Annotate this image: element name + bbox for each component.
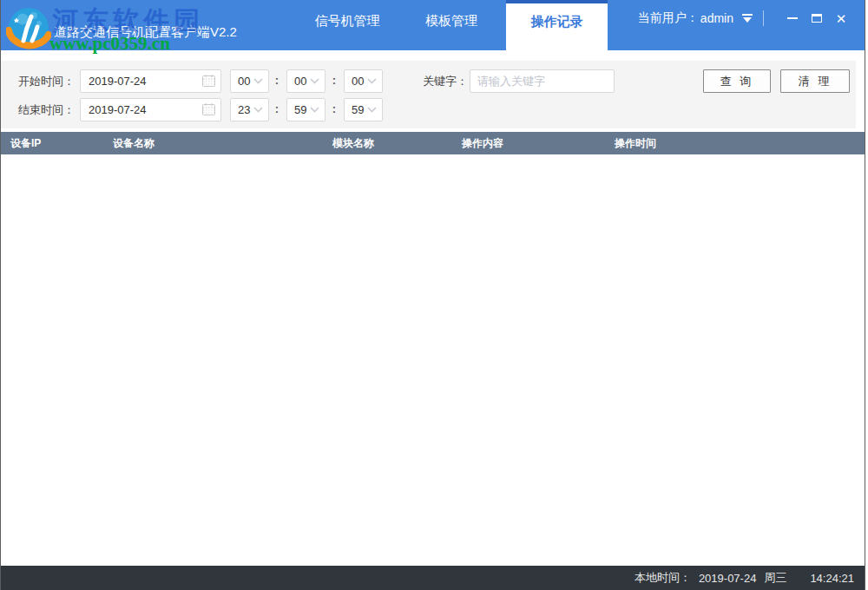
- status-bar: 本地时间： 2019-07-24 周三 14:24:21: [0, 566, 865, 590]
- end-hour-select[interactable]: 23: [230, 98, 269, 121]
- chevron-down-icon: [367, 78, 377, 84]
- window-border-right: [865, 0, 865, 590]
- table-body: [1, 154, 864, 566]
- current-user-name[interactable]: admin: [700, 11, 733, 25]
- close-icon: ✕: [836, 12, 847, 25]
- maximize-button[interactable]: [807, 9, 826, 28]
- user-dropdown-icon[interactable]: [742, 14, 753, 23]
- end-date-field: [80, 98, 221, 121]
- query-button[interactable]: 查 询: [703, 69, 771, 93]
- column-header-operation-content: 操作内容: [462, 132, 503, 154]
- column-header-module-name: 模块名称: [332, 132, 374, 154]
- close-button[interactable]: ✕: [832, 9, 851, 28]
- minimize-button[interactable]: [783, 9, 802, 28]
- end-minute-value: 59: [294, 103, 306, 116]
- start-date-input[interactable]: [80, 69, 221, 93]
- filter-panel: 开始时间： 00 : 00 : 00: [1, 61, 856, 128]
- maximize-icon: [812, 14, 822, 23]
- start-date-field: [80, 69, 221, 93]
- start-second-select[interactable]: 00: [344, 69, 383, 93]
- watermark-site-url: www.pc0359.cn: [49, 33, 170, 55]
- start-time-label: 开始时间：: [18, 69, 79, 93]
- start-hour-value: 00: [238, 75, 250, 88]
- clear-button[interactable]: 清 理: [780, 69, 850, 93]
- minimize-icon: [787, 17, 798, 19]
- start-minute-select[interactable]: 00: [286, 69, 326, 93]
- start-minute-value: 00: [294, 75, 306, 88]
- column-header-device-ip: 设备IP: [10, 132, 41, 154]
- end-second-value: 59: [352, 103, 364, 116]
- end-time-label: 结束时间：: [18, 98, 79, 121]
- keyword-label: 关键字：: [423, 69, 471, 93]
- keyword-input[interactable]: [470, 69, 615, 93]
- status-time: 14:24:21: [810, 572, 854, 585]
- chevron-down-icon: [253, 107, 263, 113]
- app-window: 河东软件园 道路交通信号机配置客户端V2.2 www.pc0359.cn 信号机…: [0, 0, 868, 590]
- title-bar: 河东软件园 道路交通信号机配置客户端V2.2 www.pc0359.cn 信号机…: [0, 0, 865, 50]
- time-separator: :: [330, 69, 339, 93]
- chevron-down-icon: [310, 78, 319, 84]
- status-weekday: 周三: [764, 570, 786, 586]
- tab-signal-management[interactable]: 信号机管理: [295, 0, 399, 50]
- app-logo-icon: [6, 6, 51, 51]
- chevron-down-icon: [253, 78, 263, 84]
- end-minute-select[interactable]: 59: [286, 98, 326, 121]
- titlebar-separator: [763, 10, 764, 26]
- status-date: 2019-07-24: [699, 572, 757, 585]
- end-date-input[interactable]: [80, 98, 221, 121]
- current-user-label: 当前用户：: [638, 10, 699, 26]
- start-second-value: 00: [352, 75, 364, 88]
- column-header-operation-time: 操作时间: [615, 132, 656, 154]
- end-second-select[interactable]: 59: [344, 98, 383, 121]
- tab-template-management[interactable]: 模板管理: [399, 0, 503, 50]
- local-time-label: 本地时间：: [635, 570, 691, 586]
- chevron-down-icon: [310, 107, 319, 113]
- end-hour-value: 23: [238, 103, 250, 116]
- table-header: 设备IP 设备名称 模块名称 操作内容 操作时间: [0, 132, 865, 154]
- tab-bar: 信号机管理 模板管理 操作记录: [295, 0, 608, 50]
- titlebar-right-controls: 当前用户： admin ✕: [638, 8, 851, 29]
- column-header-device-name: 设备名称: [113, 132, 155, 154]
- time-separator: :: [273, 98, 281, 121]
- start-hour-select[interactable]: 00: [230, 69, 269, 93]
- tab-operation-records[interactable]: 操作记录: [506, 0, 608, 50]
- window-border-left: [0, 0, 1, 590]
- time-separator: :: [330, 98, 339, 121]
- chevron-down-icon: [367, 107, 377, 113]
- time-separator: :: [273, 69, 281, 93]
